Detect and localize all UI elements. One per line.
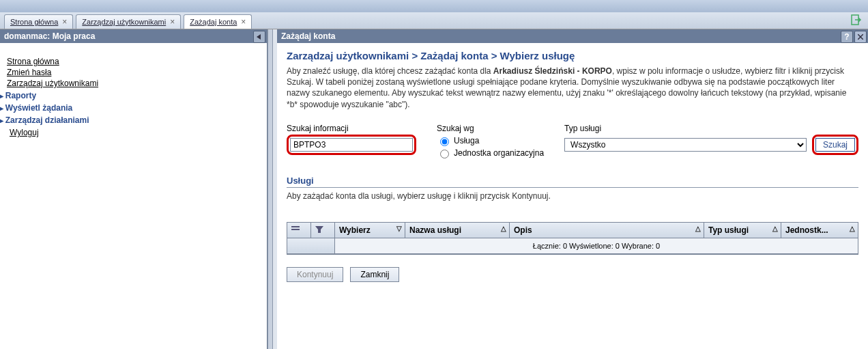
search-by-label: Szukaj wg xyxy=(437,124,544,133)
search-info-label: Szukaj informacji xyxy=(287,124,416,133)
splitter[interactable] xyxy=(267,29,273,349)
radio-service-input[interactable] xyxy=(440,137,449,146)
sort-icon[interactable]: △ xyxy=(772,225,778,232)
tab-request-account[interactable]: Zażądaj konta × xyxy=(184,14,252,29)
sidebar-link-home[interactable]: Strona główna xyxy=(7,57,59,66)
col-name[interactable]: Nazwa usługi△ xyxy=(405,223,510,238)
collapse-icon[interactable] xyxy=(253,31,265,43)
radio-label: Jednostka organizacyjna xyxy=(454,148,544,158)
tab-bar: Strona główna × Zarządzaj użytkownikami … xyxy=(0,12,868,29)
col-label: Wybierz xyxy=(339,225,371,235)
tab-label[interactable]: Zarządzaj użytkownikami xyxy=(82,18,166,26)
col-label: Jednostk... xyxy=(785,225,828,235)
service-type-select[interactable]: Wszystko xyxy=(564,138,807,152)
close-button[interactable]: Zamknij xyxy=(350,267,399,282)
col-label: Opis xyxy=(514,225,532,235)
sort-icon[interactable]: △ xyxy=(695,225,701,232)
search-input[interactable] xyxy=(290,138,413,152)
main-title: Zażądaj konta xyxy=(281,31,335,41)
close-panel-icon[interactable] xyxy=(854,31,867,43)
tab-label[interactable]: Zażądaj konta xyxy=(190,18,237,26)
table-tool-select[interactable] xyxy=(287,223,311,238)
close-icon[interactable]: × xyxy=(170,18,175,26)
breadcrumb: Zarządzaj użytkownikami > Zażądaj konta … xyxy=(287,50,858,61)
services-heading: Usługi xyxy=(287,176,858,188)
highlight-marker xyxy=(287,135,416,155)
col-desc[interactable]: Opis△ xyxy=(510,223,704,238)
sidebar-link-logout[interactable]: Wyloguj xyxy=(10,128,39,137)
service-type-label: Typ usługi xyxy=(564,124,858,133)
col-select[interactable]: Wybierz▽ xyxy=(335,223,405,238)
results-table: Wybierz▽ Nazwa usługi△ Opis△ Typ usługi△… xyxy=(287,222,858,255)
services-subtitle: Aby zażądać konta dla usługi, wybierz us… xyxy=(287,191,858,201)
sidebar-section-reports[interactable]: Raporty xyxy=(0,91,36,100)
sidebar: domanmac: Moja praca Strona główna Zmień… xyxy=(0,29,267,349)
main-header: Zażądaj konta ? xyxy=(277,29,868,43)
col-label: Typ usługi xyxy=(708,225,749,235)
svg-rect-2 xyxy=(291,229,300,230)
sort-icon[interactable]: △ xyxy=(850,225,855,232)
app-topbar xyxy=(0,0,868,12)
sidebar-section-requests[interactable]: Wyświetl żądania xyxy=(0,103,72,113)
desc-text: Aby znaleźć usługę, dla której chcesz za… xyxy=(287,66,493,76)
table-tool-filter[interactable] xyxy=(311,223,335,238)
tab-home[interactable]: Strona główna × xyxy=(4,14,73,29)
sidebar-list: Strona główna Zmień hasła Zarządzaj użyt… xyxy=(0,51,267,143)
col-type[interactable]: Typ usługi△ xyxy=(704,223,781,238)
close-icon[interactable]: × xyxy=(241,18,246,26)
sidebar-link-manage-users[interactable]: Zarządzaj użytkownikami xyxy=(7,79,98,88)
close-icon[interactable]: × xyxy=(62,18,67,26)
sidebar-header: domanmac: Moja praca xyxy=(0,29,267,43)
exit-icon[interactable] xyxy=(850,14,863,26)
sidebar-link-change-password[interactable]: Zmień hasła xyxy=(7,68,51,77)
col-label: Nazwa usługi xyxy=(409,225,461,235)
table-summary: Łącznie: 0 Wyświetlone: 0 Wybrane: 0 xyxy=(335,238,858,253)
main-panel: Zażądaj konta ? Zarządzaj użytkownikami … xyxy=(277,29,868,349)
search-form: Szukaj informacji Szukaj wg Usługa Jedno… xyxy=(287,124,858,159)
col-unit[interactable]: Jednostk...△ xyxy=(781,223,858,238)
search-button[interactable]: Szukaj xyxy=(815,138,855,152)
tab-manage-users[interactable]: Zarządzaj użytkownikami × xyxy=(76,14,181,29)
sort-icon[interactable]: △ xyxy=(501,225,506,232)
desc-user: Arkadiusz Śledziński - KORPO xyxy=(493,66,612,76)
radio-orgunit[interactable]: Jednostka organizacyjna xyxy=(437,148,544,158)
radio-service[interactable]: Usługa xyxy=(437,135,544,146)
page-description: Aby znaleźć usługę, dla której chcesz za… xyxy=(287,66,858,110)
sort-icon[interactable]: ▽ xyxy=(396,225,402,232)
help-icon[interactable]: ? xyxy=(841,31,853,43)
svg-rect-1 xyxy=(291,226,300,227)
sidebar-section-actions[interactable]: Zarządzaj działaniami xyxy=(0,115,89,125)
continue-button: Kontynuuj xyxy=(287,267,343,282)
highlight-marker: Szukaj xyxy=(812,135,858,155)
tab-label[interactable]: Strona główna xyxy=(10,18,58,26)
table-summary-row: Łącznie: 0 Wyświetlone: 0 Wybrane: 0 xyxy=(287,238,858,253)
radio-orgunit-input[interactable] xyxy=(440,150,449,158)
sidebar-title: domanmac: Moja praca xyxy=(4,31,95,41)
radio-label: Usługa xyxy=(454,136,479,145)
